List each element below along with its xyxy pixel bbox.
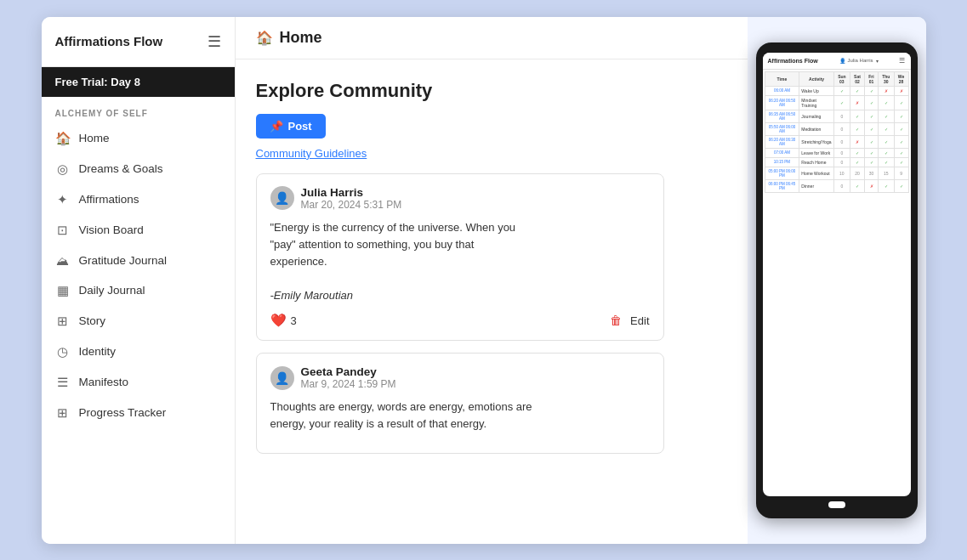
table-row: 06:00 AMWake Up✓✓✓✗✗ bbox=[765, 86, 908, 95]
sidebar-item-manifesto[interactable]: ☰ Manifesto bbox=[42, 367, 235, 398]
value-cell: 15 bbox=[878, 167, 894, 179]
post-footer: ❤️ 3 🗑 Edit bbox=[270, 313, 650, 328]
tablet-preview: Affirmations Flow 👤 Julia Harris ▾ ☰ Tim… bbox=[748, 17, 926, 544]
sidebar-item-label: Identity bbox=[79, 345, 117, 358]
value-cell: ✓ bbox=[878, 135, 894, 148]
value-cell: ✓ bbox=[865, 110, 879, 122]
tablet-home-button[interactable] bbox=[828, 501, 845, 508]
tablet-user: 👤 Julia Harris ▾ bbox=[839, 58, 879, 64]
post-button[interactable]: 📌 Post bbox=[256, 114, 326, 139]
value-cell: ✓ bbox=[865, 122, 879, 135]
mountain-icon: ⛰ bbox=[55, 253, 71, 268]
target-icon: ◎ bbox=[55, 161, 71, 177]
sidebar-item-dreams-goals[interactable]: ◎ Dreams & Goals bbox=[42, 154, 235, 184]
col-sat: Sat 02 bbox=[850, 71, 864, 86]
activity-cell: Home Workout bbox=[799, 167, 834, 179]
value-cell: ✓ bbox=[878, 122, 894, 135]
post-date: Mar 20, 2024 5:31 PM bbox=[301, 199, 402, 211]
value-cell: ✓ bbox=[894, 157, 908, 167]
edit-link[interactable]: Edit bbox=[630, 314, 649, 327]
sidebar-item-label: Vision Board bbox=[79, 223, 144, 236]
col-thu: Thu 30 bbox=[878, 71, 894, 86]
value-cell: ✓ bbox=[865, 157, 879, 167]
time-cell: 06:00 PM 06:45 PM bbox=[765, 179, 799, 192]
value-cell: ✓ bbox=[878, 179, 894, 192]
journal-icon: ▦ bbox=[55, 283, 71, 298]
app-logo: Affirmations Flow bbox=[55, 34, 163, 48]
value-cell: ✗ bbox=[865, 179, 879, 192]
value-cell: ✓ bbox=[850, 86, 864, 95]
community-title: Explore Community bbox=[256, 80, 727, 102]
tablet-topbar: Affirmations Flow 👤 Julia Harris ▾ ☰ bbox=[763, 53, 911, 70]
value-cell: ✓ bbox=[833, 86, 850, 95]
sidebar-item-progress-tracker[interactable]: ⊞ Progress Tracker bbox=[42, 398, 235, 428]
col-activity: Activity bbox=[799, 71, 834, 86]
time-cell: 05:00 PM 06:00 PM bbox=[765, 167, 799, 179]
post-body: "Energy is the currency of the universe.… bbox=[270, 219, 650, 305]
value-cell: ✓ bbox=[878, 148, 894, 157]
activity-cell: Reach Home bbox=[799, 157, 834, 167]
avatar: 👤 bbox=[270, 366, 294, 390]
value-cell: ✓ bbox=[894, 179, 908, 192]
table-row: 06:00 PM 06:45 PMDinner0✓✗✓✓ bbox=[765, 179, 908, 192]
sidebar-item-daily-journal[interactable]: ▦ Daily Journal bbox=[42, 275, 235, 306]
heart-icon: ❤️ bbox=[270, 313, 287, 328]
value-cell: 0 bbox=[833, 157, 850, 167]
value-cell: ✓ bbox=[878, 95, 894, 110]
activity-cell: Mindset Training bbox=[799, 95, 834, 110]
delete-icon[interactable]: 🗑 bbox=[610, 314, 622, 327]
identity-icon: ◷ bbox=[55, 344, 71, 359]
time-cell: 05:50 AM 06:00 AM bbox=[765, 122, 799, 135]
value-cell: ✓ bbox=[850, 148, 864, 157]
home-icon: 🏠 bbox=[55, 131, 71, 146]
sidebar-item-home[interactable]: 🏠 Home bbox=[42, 123, 235, 154]
table-row: 05:00 PM 06:00 PMHome Workout102030159 bbox=[765, 167, 908, 179]
sidebar-item-label: Dreams & Goals bbox=[79, 162, 163, 175]
sidebar-item-affirmations[interactable]: ✦ Affirmations bbox=[42, 184, 235, 215]
value-cell: ✓ bbox=[833, 95, 850, 110]
app-container: Affirmations Flow ☰ Free Trial: Day 8 AL… bbox=[42, 17, 926, 544]
value-cell: ✓ bbox=[878, 110, 894, 122]
activity-cell: Leave for Work bbox=[799, 148, 834, 157]
page-title: Home bbox=[280, 29, 322, 47]
value-cell: ✓ bbox=[865, 148, 879, 157]
value-cell: 20 bbox=[850, 167, 864, 179]
post-user-header: 👤 Geeta Pandey Mar 9, 2024 1:59 PM bbox=[270, 365, 650, 390]
post-user-header: 👤 Julia Harris Mar 20, 2024 5:31 PM bbox=[270, 186, 650, 211]
value-cell: ✓ bbox=[865, 86, 879, 95]
value-cell: ✗ bbox=[894, 86, 908, 95]
value-cell: ✓ bbox=[894, 122, 908, 135]
post-quote-attr: -Emily Maroutian bbox=[270, 289, 354, 302]
image-icon: ⊡ bbox=[55, 223, 71, 238]
value-cell: 0 bbox=[833, 179, 850, 192]
post-actions: 🗑 Edit bbox=[610, 314, 649, 327]
header-home-icon: 🏠 bbox=[256, 30, 273, 46]
table-row: 06:20 AM 06:30 AMStretching/Yoga0✗✓✓✓ bbox=[765, 135, 908, 148]
value-cell: 10 bbox=[833, 167, 850, 179]
post-username: Julia Harris bbox=[301, 186, 402, 199]
sidebar-item-identity[interactable]: ◷ Identity bbox=[42, 337, 235, 367]
value-cell: ✗ bbox=[850, 95, 864, 110]
main-content: 🏠 Home Explore Community 📌 Post Communit… bbox=[236, 17, 748, 544]
sidebar-item-vision-board[interactable]: ⊡ Vision Board bbox=[42, 215, 235, 246]
sidebar-header: Affirmations Flow ☰ bbox=[42, 17, 235, 67]
tablet-menu-icon: ☰ bbox=[899, 57, 905, 65]
sidebar-item-label: Gratitude Journal bbox=[79, 254, 168, 267]
sidebar-item-story[interactable]: ⊞ Story bbox=[42, 306, 235, 337]
value-cell: ✓ bbox=[878, 157, 894, 167]
sidebar-item-label: Home bbox=[79, 132, 110, 144]
sidebar-item-label: Story bbox=[79, 314, 106, 327]
post-body: Thoughts are energy, words are energy, e… bbox=[270, 399, 650, 433]
post-date: Mar 9, 2024 1:59 PM bbox=[301, 378, 396, 390]
sparkle-icon: ✦ bbox=[55, 192, 71, 207]
community-guidelines-link[interactable]: Community Guidelines bbox=[256, 147, 727, 160]
col-time: Time bbox=[765, 71, 799, 86]
sidebar-item-gratitude-journal[interactable]: ⛰ Gratitude Journal bbox=[42, 246, 235, 275]
menu-icon[interactable]: ☰ bbox=[208, 32, 221, 51]
main-body: Explore Community 📌 Post Community Guide… bbox=[236, 59, 748, 544]
value-cell: 30 bbox=[865, 167, 879, 179]
activity-cell: Journaling bbox=[799, 110, 834, 122]
value-cell: 0 bbox=[833, 110, 850, 122]
section-label: ALCHEMY OF SELF bbox=[42, 97, 235, 123]
value-cell: ✓ bbox=[850, 157, 864, 167]
